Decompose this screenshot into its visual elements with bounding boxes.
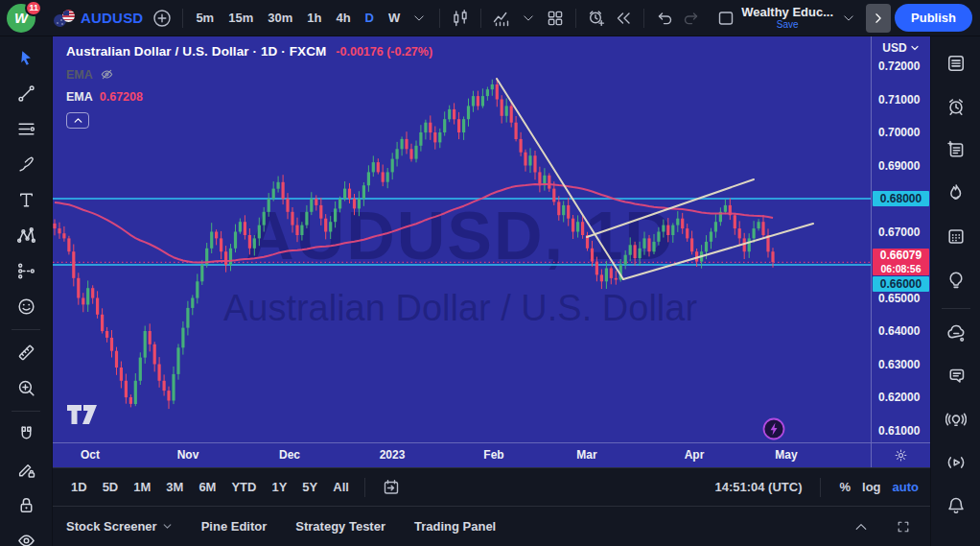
time-axis[interactable]: OctNovDec2023FebMarAprMay — [53, 442, 930, 467]
hotlists-icon — [945, 182, 967, 203]
tradingview-logo-icon[interactable] — [67, 405, 97, 424]
save-layout-icon[interactable] — [712, 5, 739, 32]
multichart-layout-icon[interactable] — [542, 5, 569, 32]
sidebar-alerts-button[interactable] — [937, 87, 975, 126]
undo-icon[interactable] — [651, 5, 678, 32]
save-link[interactable]: Save — [777, 19, 799, 30]
time-tick-feb: Feb — [483, 448, 503, 462]
tool-drawing-sync-button[interactable] — [8, 452, 44, 487]
range-ytd-button[interactable]: YTD — [224, 476, 263, 498]
symbol-search-button[interactable]: AUDUSD — [48, 7, 149, 30]
streams-icon — [945, 452, 967, 473]
timeframe-4h[interactable]: 4h — [330, 7, 356, 29]
sidebar-minds-button[interactable] — [937, 314, 975, 352]
timeframe-1h[interactable]: 1h — [301, 7, 327, 29]
timeframe-15m[interactable]: 15m — [222, 7, 259, 29]
tool-text-button[interactable] — [8, 182, 44, 217]
range-3m-button[interactable]: 3M — [159, 476, 190, 498]
toolbar-divider — [12, 411, 40, 412]
symbol-title[interactable]: Australian Dollar / U.S. Dollar · 1D · F… — [66, 44, 326, 59]
percent-scale-button[interactable]: % — [839, 480, 851, 494]
indicators-icon[interactable] — [488, 5, 515, 32]
legend-collapse-button[interactable] — [66, 112, 89, 129]
chart-plot-area[interactable]: AUDUSD, 1DAustralian Dollar / U.S. Dolla… — [53, 36, 871, 442]
boost-button[interactable] — [764, 419, 784, 439]
tool-fib-retracement-button[interactable] — [8, 111, 44, 146]
tool-magnet-button[interactable] — [8, 416, 44, 451]
tab-pine-editor[interactable]: Pine Editor — [201, 519, 268, 534]
range-1y-button[interactable]: 1Y — [265, 476, 293, 498]
sidebar-hotlists-button[interactable] — [937, 174, 975, 212]
sidebar-ideas-button[interactable] — [937, 260, 975, 298]
ema-indicator-value: 0.67208 — [100, 90, 143, 104]
sidebar-calendar-button[interactable] — [937, 217, 975, 255]
forecast-icon — [16, 261, 36, 281]
toolbar-divider — [364, 478, 365, 497]
range-all-button[interactable]: All — [326, 476, 356, 498]
timeframe-d[interactable]: D — [360, 7, 380, 29]
layout-menu-chevron-icon[interactable] — [835, 5, 862, 32]
pattern-icon — [16, 226, 36, 246]
drawing-toolbar — [0, 36, 53, 546]
indicators-menu-chevron-icon[interactable] — [515, 5, 542, 32]
price-axis-currency-button[interactable]: USD — [872, 36, 930, 59]
tool-trend-line-button[interactable] — [8, 76, 44, 110]
tool-lock-all-button[interactable] — [8, 487, 44, 522]
tab-trading-panel[interactable]: Trading Panel — [414, 519, 496, 534]
news-icon — [945, 139, 967, 160]
time-axis-labels[interactable]: OctNovDec2023FebMarAprMay — [53, 443, 871, 467]
range-5d-button[interactable]: 5D — [96, 476, 126, 498]
compare-add-symbol-icon[interactable] — [149, 5, 175, 32]
range-5y-button[interactable]: 5Y — [295, 476, 324, 498]
chart-type-candles-icon[interactable] — [447, 5, 474, 32]
tool-hide-all-button[interactable] — [8, 523, 44, 546]
tab-stock-screener[interactable]: Stock Screener — [66, 519, 173, 534]
range-1d-button[interactable]: 1D — [64, 476, 94, 498]
notifications-icon — [945, 495, 967, 516]
open-panel-arrow-button[interactable] — [866, 4, 891, 33]
bar-replay-icon[interactable] — [610, 5, 637, 32]
clock-utc[interactable]: 14:51:04 (UTC) — [714, 480, 802, 494]
ema-indicator-hidden-label[interactable]: EMA — [66, 68, 93, 82]
toolbar-divider — [182, 9, 183, 28]
range-1m-button[interactable]: 1M — [127, 476, 157, 498]
tool-forecast-button[interactable] — [8, 253, 44, 288]
tool-pattern-button[interactable] — [8, 218, 44, 252]
range-6m-button[interactable]: 6M — [192, 476, 222, 498]
ideas-live-icon — [945, 409, 967, 430]
timeframe-5m[interactable]: 5m — [190, 7, 220, 29]
sidebar-streams-button[interactable] — [937, 443, 975, 482]
hide-all-icon — [16, 531, 36, 546]
bottom-panel: Stock ScreenerPine EditorStrategy Tester… — [53, 506, 930, 546]
eye-off-icon[interactable] — [100, 67, 114, 82]
axis-settings-gear-icon[interactable] — [871, 443, 930, 467]
timeframe-menu-chevron-icon[interactable] — [406, 5, 432, 32]
app-logo[interactable]: W 11 — [6, 2, 40, 35]
ema-indicator-label[interactable]: EMA — [66, 90, 93, 104]
log-scale-button[interactable]: log — [862, 480, 881, 494]
tool-cursor-button[interactable] — [8, 40, 44, 75]
sidebar-notifications-button[interactable] — [937, 487, 975, 525]
sidebar-news-button[interactable] — [937, 131, 975, 169]
tool-brush-button[interactable] — [8, 147, 44, 181]
fullscreen-icon[interactable] — [890, 513, 917, 540]
sidebar-ideas-live-button[interactable] — [937, 400, 975, 439]
timeframe-w[interactable]: W — [383, 7, 406, 29]
auto-scale-button[interactable]: auto — [893, 480, 919, 494]
price-axis[interactable]: USD 0.720000.710000.700000.690000.680000… — [871, 36, 930, 442]
tool-measure-button[interactable] — [8, 335, 44, 369]
sidebar-watchlist-button[interactable] — [937, 44, 975, 83]
level-price-label-0.66000: 0.66000 — [873, 276, 929, 292]
price-tick: 0.63000 — [878, 358, 920, 371]
create-alert-icon[interactable] — [583, 5, 610, 32]
sidebar-chat-button[interactable] — [937, 357, 975, 395]
tab-strategy-tester[interactable]: Strategy Tester — [295, 519, 385, 534]
open-panel-chevron-icon[interactable] — [848, 513, 875, 540]
publish-button[interactable]: Publish — [895, 4, 972, 32]
layout-name-button[interactable]: Wealthy Educ... Save — [741, 6, 833, 30]
timeframe-30m[interactable]: 30m — [262, 7, 298, 29]
tool-emoji-button[interactable] — [8, 289, 44, 323]
redo-icon[interactable] — [678, 5, 705, 32]
go-to-date-icon[interactable] — [378, 474, 405, 501]
tool-zoom-in-button[interactable] — [8, 370, 44, 405]
